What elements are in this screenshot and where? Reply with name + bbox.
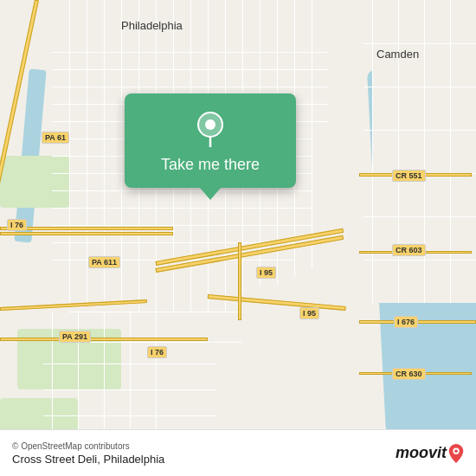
street-h11 (52, 225, 312, 226)
location-name: Cross Street Deli, Philadelphia (12, 453, 396, 466)
cr551-label: CR 551 (392, 170, 426, 182)
svg-point-1 (205, 119, 215, 130)
bottom-bar: © OpenStreetMap contributors Cross Stree… (0, 429, 476, 476)
i95-label: I 95 (256, 267, 276, 279)
street-v15 (312, 0, 312, 268)
pa291-road (0, 338, 208, 341)
street-h10 (52, 208, 312, 209)
camden-h1 (363, 43, 476, 44)
pa61-label: PA 61 (42, 132, 69, 144)
camden-v2 (398, 0, 399, 303)
philadelphia-label: Philadelphia (121, 19, 183, 32)
i176-label-1: I 76 (7, 219, 27, 231)
pa291-label: PA 291 (59, 331, 91, 343)
camden-v4 (450, 0, 451, 303)
camden-v1 (372, 0, 373, 303)
camden-h5 (363, 216, 476, 217)
camden-h2 (363, 87, 476, 87)
pa611-road (238, 242, 241, 320)
camden-h3 (363, 130, 476, 131)
moovit-pin-icon (448, 444, 464, 463)
i95-label-2: I 95 (299, 307, 319, 319)
camden-h6 (363, 260, 476, 261)
pa611-label: PA 611 (88, 256, 120, 268)
cr630-label: CR 630 (392, 368, 426, 380)
location-pin-icon (191, 109, 229, 147)
moovit-logo: moovit (396, 444, 464, 463)
park-area-1 (0, 156, 69, 208)
svg-point-3 (454, 449, 458, 453)
street-v1 (69, 0, 70, 303)
street-v2 (87, 0, 87, 303)
i176-label-2: I 76 (147, 346, 167, 358)
moovit-text: moovit (396, 444, 447, 462)
take-me-there-button[interactable]: Take me there (161, 156, 260, 174)
map-container: Philadelphia Camden PA 61 PA 611 PA 291 … (0, 0, 476, 476)
camden-label: Camden (376, 48, 419, 61)
cr603-label: CR 603 (392, 244, 426, 256)
attribution-text: © OpenStreetMap contributors (12, 441, 396, 451)
street-h9 (52, 190, 312, 191)
street-v4 (121, 0, 122, 303)
highway-i76-2 (0, 232, 173, 235)
map-card: Take me there (125, 93, 296, 188)
camden-v3 (424, 0, 425, 303)
i676-label: I 676 (394, 316, 418, 328)
